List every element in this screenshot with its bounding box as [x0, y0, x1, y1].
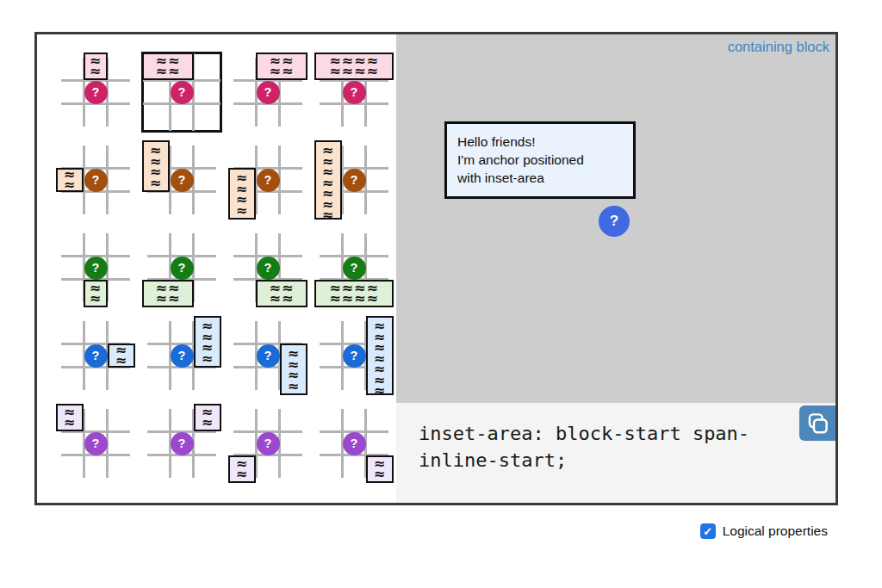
option-diagram: ≈≈?: [230, 405, 306, 481]
logical-properties-checkbox[interactable]: ✓: [700, 523, 716, 539]
option-diagram: ≈≈?: [58, 230, 134, 306]
picker-option-block-end-span-inline-end[interactable]: ≈≈≈≈?: [225, 224, 311, 312]
option-diagram: ≈≈≈≈?: [144, 318, 220, 393]
containing-block-label: containing block: [728, 39, 829, 55]
anchor-badge: ?: [257, 344, 280, 368]
demo-anchor-badge: ?: [599, 206, 630, 237]
picker-option-block-start-span-inline-end[interactable]: ≈≈≈≈?: [225, 48, 311, 136]
anchor-badge: ?: [343, 257, 366, 280]
picker-option-inline-start-span-block-start[interactable]: ≈≈≈≈?: [139, 136, 225, 224]
option-diagram: ≈≈≈≈?: [230, 142, 306, 218]
positioned-box: ≈≈: [194, 404, 221, 431]
demo-panel: containing block Hello friends! I'm anch…: [396, 34, 835, 503]
picker-option-block-end[interactable]: ≈≈?: [53, 224, 139, 312]
positioned-box: ≈≈≈≈: [142, 53, 194, 80]
picker-option-inline-end-span-block-start[interactable]: ≈≈≈≈?: [139, 312, 225, 399]
picker-option-inline-end-span-all[interactable]: ≈≈≈≈≈≈≈?: [311, 312, 397, 399]
option-diagram: ≈≈?: [316, 405, 392, 481]
positioned-box: ≈≈≈≈: [280, 344, 307, 395]
positioned-box: ≈≈≈≈≈≈≈: [314, 140, 342, 220]
anchor-badge: ?: [343, 81, 366, 104]
picker-option-block-start-span-all[interactable]: ≈≈≈≈≈≈≈≈?: [311, 48, 397, 136]
anchor-badge: ?: [343, 432, 366, 455]
text-squiggle: ≈≈≈≈: [329, 294, 379, 305]
text-squiggle: ≈≈: [270, 66, 295, 77]
picker-option-block-start-inline-end[interactable]: ≈≈?: [139, 399, 225, 487]
anchor-badge: ?: [257, 432, 280, 455]
copy-button[interactable]: [799, 405, 835, 441]
positioned-box: ≈≈: [56, 404, 84, 431]
text-squiggle: ≈: [322, 210, 334, 221]
text-squiggle: ≈: [90, 66, 102, 77]
logical-properties-label: Logical properties: [723, 523, 828, 539]
option-diagram: ≈≈≈≈≈≈≈≈?: [316, 230, 392, 306]
positioned-box: ≈≈: [84, 53, 108, 80]
anchor-badge: ?: [171, 344, 194, 368]
logical-properties-toggle[interactable]: ✓ Logical properties: [700, 523, 828, 539]
anchor-badge: ?: [171, 169, 194, 192]
picker-panel: ≈≈?≈≈≈≈?≈≈≈≈?≈≈≈≈≈≈≈≈?≈≈?≈≈≈≈?≈≈≈≈?≈≈≈≈≈…: [37, 34, 396, 503]
anchored-element: Hello friends! I'm anchor positioned wit…: [444, 121, 636, 199]
option-diagram: ≈≈≈≈?: [144, 230, 220, 306]
picker-option-inline-start-span-block-end[interactable]: ≈≈≈≈?: [225, 136, 311, 224]
anchor-badge: ?: [84, 169, 108, 192]
positioned-box: ≈≈: [366, 455, 394, 483]
option-diagram: ≈≈?: [144, 405, 220, 481]
picker-option-block-start-inline-start[interactable]: ≈≈?: [53, 399, 139, 487]
picker-option-block-end-span-all[interactable]: ≈≈≈≈≈≈≈≈?: [311, 224, 397, 312]
positioned-box: ≈≈≈≈≈≈≈: [366, 316, 394, 395]
picker-option-block-end-span-inline-start[interactable]: ≈≈≈≈?: [139, 224, 225, 312]
anchor-badge: ?: [171, 432, 194, 455]
text-squiggle: ≈: [236, 469, 248, 480]
picker-option-inline-end[interactable]: ≈≈?: [53, 312, 139, 399]
text-squiggle: ≈: [288, 381, 300, 393]
text-squiggle: ≈: [64, 418, 76, 429]
option-diagram: ≈≈≈≈?: [144, 54, 220, 130]
text-squiggle: ≈: [236, 206, 248, 217]
picker-option-inline-start-span-all[interactable]: ≈≈≈≈≈≈≈?: [311, 136, 397, 224]
anchor-badge: ?: [257, 257, 280, 280]
picker-option-block-end-inline-end[interactable]: ≈≈?: [311, 399, 397, 487]
text-squiggle: ≈≈: [156, 294, 181, 305]
positioned-box: ≈≈: [84, 280, 108, 307]
positioned-box: ≈≈≈≈≈≈≈≈: [314, 280, 394, 307]
check-icon: ✓: [703, 525, 712, 538]
option-diagram: ≈≈?: [58, 142, 134, 218]
anchor-badge: ?: [257, 81, 280, 104]
positioned-box: ≈≈: [108, 344, 135, 368]
positioned-box: ≈≈≈≈: [256, 53, 307, 80]
picker-option-block-start-span-inline-start[interactable]: ≈≈≈≈?: [139, 48, 225, 136]
text-squiggle: ≈≈: [156, 66, 181, 77]
picker-option-block-end-inline-start[interactable]: ≈≈?: [225, 399, 311, 487]
anchor-badge: ?: [171, 81, 194, 104]
question-mark-icon: ?: [610, 213, 618, 230]
picker-option-inline-start[interactable]: ≈≈?: [53, 136, 139, 224]
text-squiggle: ≈: [64, 180, 76, 191]
option-diagram: ≈≈≈≈?: [230, 230, 306, 306]
option-diagram: ≈≈≈≈?: [230, 54, 306, 130]
text-squiggle: ≈: [202, 354, 214, 365]
anchor-badge: ?: [84, 81, 108, 104]
option-diagram: ≈≈≈≈≈≈≈≈?: [316, 54, 392, 130]
text-squiggle: ≈: [374, 469, 386, 480]
text-squiggle: ≈≈≈≈: [329, 66, 379, 77]
inset-area-option-grid: ≈≈?≈≈≈≈?≈≈≈≈?≈≈≈≈≈≈≈≈?≈≈?≈≈≈≈?≈≈≈≈?≈≈≈≈≈…: [53, 48, 397, 487]
positioned-box: ≈≈: [56, 168, 84, 192]
option-diagram: ≈≈?: [58, 318, 134, 393]
picker-option-inline-end-span-block-end[interactable]: ≈≈≈≈?: [225, 312, 311, 399]
positioned-box: ≈≈≈≈≈≈≈≈: [314, 53, 394, 80]
option-diagram: ≈≈≈≈≈≈≈?: [316, 318, 392, 393]
tooltip-line: with inset-area: [457, 169, 623, 187]
picker-option-block-start[interactable]: ≈≈?: [53, 48, 139, 136]
text-squiggle: ≈: [150, 178, 162, 189]
containing-block: containing block Hello friends! I'm anch…: [396, 34, 835, 403]
text-squiggle: ≈: [202, 418, 214, 429]
tooltip-line: Hello friends!: [457, 133, 623, 151]
option-diagram: ≈≈≈≈?: [144, 142, 220, 218]
anchor-badge: ?: [343, 344, 366, 368]
option-diagram: ≈≈≈≈≈≈≈?: [316, 142, 392, 218]
positioned-box: ≈≈≈≈: [256, 280, 307, 307]
anchor-badge: ?: [171, 257, 194, 280]
positioned-box: ≈≈≈≈: [142, 280, 194, 307]
anchor-badge: ?: [257, 169, 280, 192]
